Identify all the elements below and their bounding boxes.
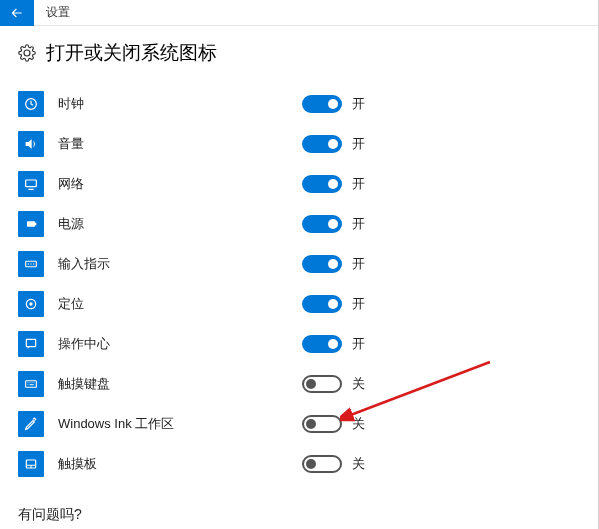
toggle-wrap: 开 [302,335,365,353]
window-title: 设置 [34,4,70,21]
touch-keyboard-icon [18,371,44,397]
back-arrow-icon [10,6,24,20]
setting-row: 触摸板关 [18,444,581,484]
toggle-switch[interactable] [302,135,342,153]
action-center-icon [18,331,44,357]
toggle-switch[interactable] [302,255,342,273]
titlebar: 设置 [0,0,599,26]
toggle-state-label: 开 [352,295,365,313]
network-icon [18,171,44,197]
location-icon [18,291,44,317]
toggle-switch[interactable] [302,415,342,433]
setting-row: 网络开 [18,164,581,204]
setting-row: 触摸键盘关 [18,364,581,404]
setting-row: 时钟开 [18,84,581,124]
setting-label: 触摸键盘 [58,375,110,393]
toggle-state-label: 关 [352,415,365,433]
setting-label: 触摸板 [58,455,97,473]
toggle-wrap: 开 [302,255,365,273]
toggle-switch[interactable] [302,175,342,193]
input-icon [18,251,44,277]
setting-label: 电源 [58,215,84,233]
power-icon [18,211,44,237]
setting-row: 音量开 [18,124,581,164]
toggle-state-label: 开 [352,255,365,273]
svg-rect-1 [26,180,37,187]
volume-icon [18,131,44,157]
toggle-switch[interactable] [302,455,342,473]
setting-label: 网络 [58,175,84,193]
page-header: 打开或关闭系统图标 [18,40,581,66]
toggle-state-label: 开 [352,175,365,193]
toggle-wrap: 开 [302,95,365,113]
toggle-wrap: 开 [302,175,365,193]
setting-label: 输入指示 [58,255,110,273]
setting-row: Windows Ink 工作区关 [18,404,581,444]
toggle-state-label: 开 [352,95,365,113]
svg-rect-7 [26,339,35,346]
system-icons-list: 时钟开音量开网络开电源开输入指示开定位开操作中心开触摸键盘关Windows In… [18,84,581,484]
toggle-switch[interactable] [302,95,342,113]
setting-row: 操作中心开 [18,324,581,364]
setting-row: 电源开 [18,204,581,244]
toggle-wrap: 关 [302,415,365,433]
touchpad-icon [18,451,44,477]
setting-label: 音量 [58,135,84,153]
toggle-switch[interactable] [302,335,342,353]
toggle-switch[interactable] [302,215,342,233]
toggle-state-label: 开 [352,215,365,233]
setting-label: 定位 [58,295,84,313]
setting-row: 输入指示开 [18,244,581,284]
toggle-state-label: 关 [352,375,365,393]
svg-rect-8 [26,381,37,388]
back-button[interactable] [0,0,34,26]
page-title: 打开或关闭系统图标 [46,40,217,66]
setting-label: 时钟 [58,95,84,113]
toggle-wrap: 开 [302,295,365,313]
clock-icon [18,91,44,117]
toggle-wrap: 关 [302,375,365,393]
svg-rect-3 [35,223,36,226]
toggle-switch[interactable] [302,295,342,313]
toggle-wrap: 开 [302,215,365,233]
toggle-wrap: 关 [302,455,365,473]
toggle-state-label: 开 [352,135,365,153]
gear-icon [18,44,36,62]
setting-label: 操作中心 [58,335,110,353]
toggle-state-label: 关 [352,455,365,473]
setting-label: Windows Ink 工作区 [58,415,174,433]
footer: 有问题吗? 获取帮助 [18,506,581,529]
svg-rect-2 [27,221,35,226]
ink-icon [18,411,44,437]
setting-row: 定位开 [18,284,581,324]
help-question: 有问题吗? [18,506,581,524]
svg-point-6 [29,302,32,305]
toggle-wrap: 开 [302,135,365,153]
toggle-state-label: 开 [352,335,365,353]
toggle-switch[interactable] [302,375,342,393]
